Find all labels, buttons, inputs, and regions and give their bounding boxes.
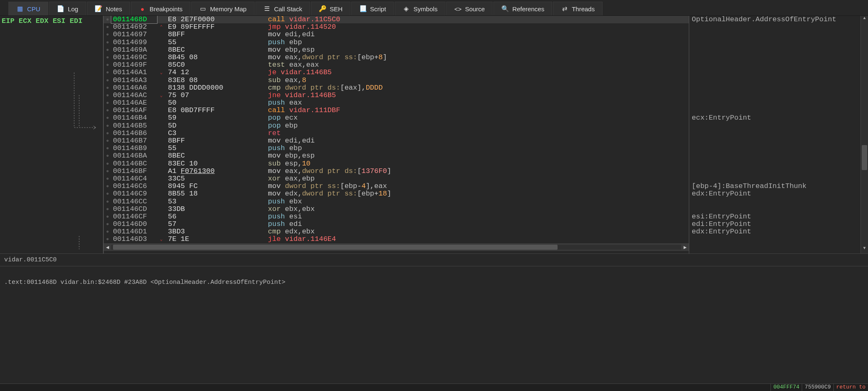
tab-memory-map[interactable]: ▭Memory Map [191, 2, 255, 15]
scroll-down-icon[interactable]: ▼ [861, 246, 868, 253]
disasm-row[interactable]: ●001146B459pop ecx [104, 114, 689, 122]
disasm-row[interactable]: ●001146AE50push eax [104, 99, 689, 107]
jump-indicator [157, 114, 165, 122]
disasm-row[interactable]: ●001146D3⌄7E 1Ejle vidar.1146E4 [104, 236, 689, 243]
breakpoint-gutter[interactable]: ● [104, 190, 111, 198]
disasm-row[interactable]: ●001146C68945 FCmov dword ptr ss:[ebp-4]… [104, 183, 689, 190]
breakpoint-gutter[interactable]: ● [104, 16, 111, 23]
breakpoint-gutter[interactable]: ● [104, 61, 111, 69]
tab-call-stack[interactable]: ☰Call Stack [255, 2, 310, 15]
disasm-row[interactable]: ●0011469A8BECmov ebp,esp [104, 46, 689, 54]
disasm-row[interactable]: ●0011469F85C0test eax,eax [104, 61, 689, 69]
disasm-row[interactable]: ●001146CC53push ebx [104, 198, 689, 206]
tab-notes[interactable]: 📝Notes [87, 2, 130, 15]
breakpoint-gutter[interactable]: ● [104, 77, 111, 84]
bytes: 55 [165, 145, 265, 152]
tab-script[interactable]: 📃Script [351, 2, 394, 15]
breakpoint-gutter[interactable]: ● [104, 183, 111, 190]
breakpoint-gutter[interactable]: ● [104, 84, 111, 92]
disasm-row[interactable]: ●001146BFA1 F0761300mov eax,dword ptr ds… [104, 168, 689, 175]
disasm-row[interactable]: ●001146AC⌄75 07jne vidar.1146B5 [104, 92, 689, 99]
breakpoint-gutter[interactable]: ● [104, 39, 111, 46]
address: 001146D3 [111, 236, 157, 243]
breakpoint-gutter[interactable]: ● [104, 198, 111, 206]
disasm-row[interactable]: ●001146978BFFmov edi,edi [104, 31, 689, 38]
hscroll-thumb[interactable] [113, 245, 558, 250]
breakpoint-gutter[interactable]: ● [104, 152, 111, 160]
breakpoint-gutter[interactable]: ● [104, 137, 111, 145]
breakpoint-gutter[interactable]: ● [104, 206, 111, 213]
breakpoint-gutter[interactable]: ● [104, 228, 111, 236]
disasm-row[interactable]: ●00114692⌃E9 89FEFFFFjmp vidar.114520 [104, 23, 689, 31]
address: 001146CC [111, 198, 157, 206]
breakpoint-gutter[interactable]: ● [104, 175, 111, 183]
breakpoint-gutter[interactable]: ● [104, 236, 111, 243]
breakpoint-gutter[interactable]: ● [104, 107, 111, 114]
tab-cpu[interactable]: ▦CPU [8, 2, 48, 15]
asm-text: sub eax,8 [265, 77, 689, 84]
bytes: 7E 1E [165, 236, 265, 243]
disasm-row[interactable]: ●001146BA8BECmov ebp,esp [104, 152, 689, 160]
scroll-up-icon[interactable]: ▲ [861, 16, 868, 23]
asm-text: ret [265, 130, 689, 137]
tab-seh[interactable]: 🔑SEH [311, 2, 350, 15]
breakpoint-gutter[interactable]: ● [104, 92, 111, 99]
disasm-hscroll[interactable]: ◀ ▶ [104, 243, 689, 251]
scroll-left-icon[interactable]: ◀ [104, 244, 111, 251]
breakpoint-gutter[interactable]: ● [104, 130, 111, 137]
breakpoint-gutter[interactable]: ● [104, 122, 111, 130]
address: 00114697 [111, 31, 157, 38]
disasm-row[interactable]: ●001146C433C5xor eax,ebp [104, 175, 689, 183]
breakpoint-gutter[interactable]: ● [104, 23, 111, 31]
tab-symbols[interactable]: ◈Symbols [395, 2, 445, 15]
disasm-row[interactable]: ●001146A68138 DDDD0000cmp dword ptr ds:[… [104, 84, 689, 92]
disasm-row[interactable]: ●001146D13BD3cmp edx,ebx [104, 228, 689, 236]
disasm-row[interactable]: ●001146A383E8 08sub eax,8 [104, 77, 689, 84]
disasm-row[interactable]: ●001146A1⌄74 12je vidar.1146B5 [104, 69, 689, 76]
disasm-row[interactable]: ●001146B55Dpop ebp [104, 122, 689, 130]
breakpoint-gutter[interactable]: ● [104, 99, 111, 107]
disasm-row[interactable]: ●0011469C8B45 08mov eax,dword ptr ss:[eb… [104, 54, 689, 61]
breakpoint-gutter[interactable]: ● [104, 54, 111, 61]
breakpoint-gutter[interactable]: ● [104, 31, 111, 38]
tab-log[interactable]: 📄Log [49, 2, 86, 15]
disasm-row[interactable]: ●001146C98B55 18mov edx,dword ptr ss:[eb… [104, 190, 689, 198]
tab-references[interactable]: 🔍References [493, 2, 552, 15]
tab-label: Threads [572, 5, 595, 13]
disasm-row[interactable]: ●001146CD33DBxor ebx,ebx [104, 206, 689, 213]
comment-cell [689, 23, 868, 31]
disasm-row[interactable]: ●001146BC83EC 10sub esp,10 [104, 160, 689, 168]
breakpoint-gutter[interactable]: ● [104, 145, 111, 152]
symbols-icon: ◈ [403, 5, 410, 13]
disasm-row[interactable]: ●001146B6C3ret [104, 130, 689, 137]
breakpoint-gutter[interactable]: ● [104, 160, 111, 168]
disasm-row[interactable]: ●0011468DE8 2E7F0000call vidar.11C5C0 [104, 16, 689, 23]
address: 001146B9 [111, 145, 157, 152]
breakpoint-gutter[interactable]: ● [104, 213, 111, 221]
tab-threads[interactable]: ⇄Threads [553, 2, 603, 15]
tab-breakpoints[interactable]: ●Breakpoints [131, 2, 190, 15]
comment-vscroll[interactable]: ▲ ▼ [860, 16, 868, 253]
disasm-row[interactable]: ●001146B78BFFmov edi,edi [104, 137, 689, 145]
scroll-right-icon[interactable]: ▶ [681, 244, 689, 251]
breakpoint-gutter[interactable]: ● [104, 221, 111, 228]
disassembly-pane[interactable]: ●0011468DE8 2E7F0000call vidar.11C5C0●00… [103, 16, 689, 253]
disasm-row[interactable]: ●001146CF56push esi [104, 213, 689, 221]
disasm-row[interactable]: ●001146B955push ebp [104, 145, 689, 152]
address: 001146B5 [111, 122, 157, 130]
comment-cell: ecx:EntryPoint [689, 114, 868, 122]
disasm-row[interactable]: ●001146AFE8 0BD7FFFFcall vidar.111DBF [104, 107, 689, 114]
asm-text: xor eax,ebp [265, 175, 689, 183]
comment-pane: OptionalHeader.AddressOfEntryPointecx:En… [689, 16, 868, 253]
info-line-1: vidar.0011C5C0 [0, 253, 868, 266]
disasm-row[interactable]: ●001146D057push edi [104, 221, 689, 228]
breakpoint-gutter[interactable]: ● [104, 114, 111, 122]
breakpoint-gutter[interactable]: ● [104, 168, 111, 175]
register-strip-text: EIP ECX EDX ESI EDI [2, 17, 83, 25]
breakpoint-gutter[interactable]: ● [104, 69, 111, 76]
tab-source[interactable]: <>Source [446, 2, 493, 15]
tab-label: Breakpoints [150, 5, 183, 13]
vscroll-thumb[interactable] [862, 145, 867, 170]
breakpoint-gutter[interactable]: ● [104, 46, 111, 54]
disasm-row[interactable]: ●0011469955push ebp [104, 39, 689, 46]
